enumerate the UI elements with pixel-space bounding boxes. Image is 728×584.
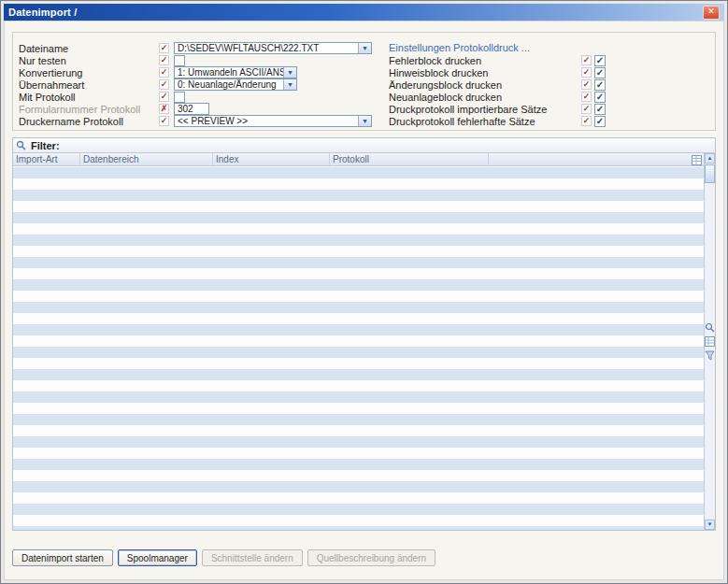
druckername-protokoll-combo[interactable]: << PREVIEW >>▼: [174, 115, 372, 127]
filter-grid-panel: Filter: Import-ArtDatenbereichIndexProto…: [12, 137, 716, 531]
druckprotokoll-fehlerhafte-saetze-checkbox[interactable]: ✓: [594, 116, 606, 127]
table-row[interactable]: [13, 212, 704, 223]
form-row-konvertierung: Konvertierung✓1: Umwandeln ASCII/ANSI▼: [19, 66, 385, 78]
protocol-row-druckprotokoll-fehlerhafte-saetze: Druckprotokoll fehlerhafte Sätze✓✓: [389, 115, 709, 127]
table-row[interactable]: [13, 178, 704, 190]
table-row[interactable]: [13, 257, 704, 268]
table-row[interactable]: [13, 190, 704, 201]
table-row[interactable]: [13, 481, 704, 492]
table-row[interactable]: [13, 347, 704, 358]
title-bar[interactable]: Datenimport / ✕: [4, 4, 724, 21]
table-row[interactable]: [13, 459, 704, 470]
table-row[interactable]: [13, 392, 704, 403]
hinweisblock-drucken-checkbox[interactable]: ✓: [594, 67, 606, 78]
table-row[interactable]: [13, 380, 704, 392]
protocol-settings-title[interactable]: Einstellungen Protokolldruck ...: [389, 42, 709, 54]
table-row[interactable]: [13, 448, 704, 459]
column-header-protokoll[interactable]: Protokoll: [330, 153, 489, 165]
table-row[interactable]: [13, 403, 704, 414]
aenderungsblock-drucken-checkbox[interactable]: ✓: [594, 79, 606, 91]
table-row[interactable]: [13, 358, 704, 369]
protocol-label-neuanlageblock-drucken: Neuanlageblock drucken: [389, 92, 581, 103]
button-bar: Datenimport startenSpoolmanagerSchnittst…: [12, 549, 435, 566]
combo-value: << PREVIEW >>: [175, 116, 358, 126]
neuanlageblock-drucken-checkbox[interactable]: ✓: [594, 92, 606, 103]
dropdown-arrow-icon[interactable]: ▼: [358, 116, 371, 126]
druckprotokoll-importierbare-saetze-checkbox[interactable]: ✓: [594, 104, 606, 115]
dropdown-arrow-icon[interactable]: ▼: [283, 79, 296, 90]
spoolmanager-button[interactable]: Spoolmanager: [118, 549, 197, 566]
check-icon[interactable]: ✓: [159, 43, 169, 53]
column-header-index[interactable]: Index: [213, 153, 330, 165]
dropdown-arrow-icon[interactable]: ▼: [283, 67, 296, 78]
field-label-uebernahmeart: Übernahmeart: [19, 79, 159, 91]
table-row[interactable]: [13, 504, 704, 515]
table-row[interactable]: [13, 470, 704, 481]
column-header-label: Index: [216, 154, 238, 164]
search-icon[interactable]: [16, 140, 26, 150]
table-row[interactable]: [13, 515, 704, 526]
check-icon[interactable]: ✓: [581, 67, 592, 78]
uebernahmeart-combo[interactable]: 0: Neuanlage/Änderung▼: [174, 78, 297, 91]
table-row[interactable]: [13, 167, 704, 178]
table-row[interactable]: [13, 279, 704, 291]
nur-testen-checkbox[interactable]: [174, 55, 185, 66]
table-icon[interactable]: [692, 155, 702, 165]
check-icon[interactable]: ✓: [581, 104, 592, 114]
table-row[interactable]: [13, 335, 704, 347]
check-icon[interactable]: ✓: [581, 116, 592, 126]
check-icon[interactable]: ✓: [581, 92, 592, 102]
scroll-down-icon[interactable]: ▼: [705, 520, 715, 530]
table-row[interactable]: [13, 268, 704, 279]
filter-funnel-icon[interactable]: [705, 350, 715, 361]
column-header-label: Import-Art: [16, 154, 57, 164]
formularnummer-protokoll-input[interactable]: 302: [174, 103, 209, 115]
check-icon[interactable]: ✓: [581, 79, 592, 90]
table-row[interactable]: [13, 302, 704, 313]
check-icon[interactable]: ✓: [159, 116, 169, 126]
vertical-scrollbar[interactable]: ▲ ▼: [704, 153, 715, 530]
table-row[interactable]: [13, 235, 704, 246]
grid-icon[interactable]: [705, 336, 715, 347]
check-icon[interactable]: ✓: [159, 55, 169, 65]
column-header-datenbereich[interactable]: Datenbereich: [80, 153, 213, 165]
datenimport-starten-button[interactable]: Datenimport starten: [12, 549, 113, 566]
red-x-icon[interactable]: ✗: [159, 104, 169, 114]
table-row[interactable]: [13, 436, 704, 448]
field-label-druckername-protokoll: Druckername Protokoll: [19, 116, 159, 127]
konvertierung-combo[interactable]: 1: Umwandeln ASCII/ANSI▼: [174, 66, 297, 78]
schnittstelle-aendern-button: Schnittstelle ändern: [202, 549, 303, 566]
dropdown-arrow-icon[interactable]: ▼: [358, 43, 371, 53]
protocol-label-aenderungsblock-drucken: Änderungsblock drucken: [389, 79, 581, 91]
fehlerblock-drucken-checkbox[interactable]: ✓: [594, 55, 606, 66]
check-icon[interactable]: ✓: [159, 67, 169, 78]
table-row[interactable]: [13, 369, 704, 380]
table-row[interactable]: [13, 313, 704, 324]
scroll-up-icon[interactable]: ▲: [705, 153, 715, 164]
column-header-extra[interactable]: [489, 153, 704, 165]
table-row[interactable]: [13, 425, 704, 436]
table-row[interactable]: [13, 223, 704, 235]
form-row-dateiname: Dateiname✓D:\SEDEV\WFLTAUSCH\222.TXT▼: [19, 42, 385, 54]
check-icon[interactable]: ✓: [159, 92, 169, 102]
table-row[interactable]: [13, 492, 704, 504]
dateiname-combo[interactable]: D:\SEDEV\WFLTAUSCH\222.TXT▼: [174, 42, 372, 54]
field-label-konvertierung: Konvertierung: [19, 67, 159, 78]
check-icon[interactable]: ✓: [581, 55, 592, 65]
table-row[interactable]: [13, 246, 704, 257]
close-button[interactable]: ✕: [703, 6, 720, 20]
table-row[interactable]: [13, 201, 704, 212]
grid-body[interactable]: [13, 167, 704, 530]
table-row[interactable]: [13, 324, 704, 335]
mit-protokoll-checkbox[interactable]: [174, 92, 185, 103]
table-row[interactable]: [13, 414, 704, 425]
table-row[interactable]: [13, 291, 704, 302]
form-row-formularnummer-protokoll: Formularnummer Protokoll✗302: [19, 103, 385, 115]
protocol-row-fehlerblock-drucken: Fehlerblock drucken✓✓: [389, 54, 709, 66]
scroll-thumb[interactable]: [705, 164, 715, 183]
import-settings-panel: Dateiname✓D:\SEDEV\WFLTAUSCH\222.TXT▼Nur…: [12, 32, 716, 131]
column-header-import-art[interactable]: Import-Art: [13, 153, 80, 165]
table-row[interactable]: [13, 526, 704, 530]
check-icon[interactable]: ✓: [159, 79, 169, 90]
magnifier-icon[interactable]: [705, 322, 715, 333]
